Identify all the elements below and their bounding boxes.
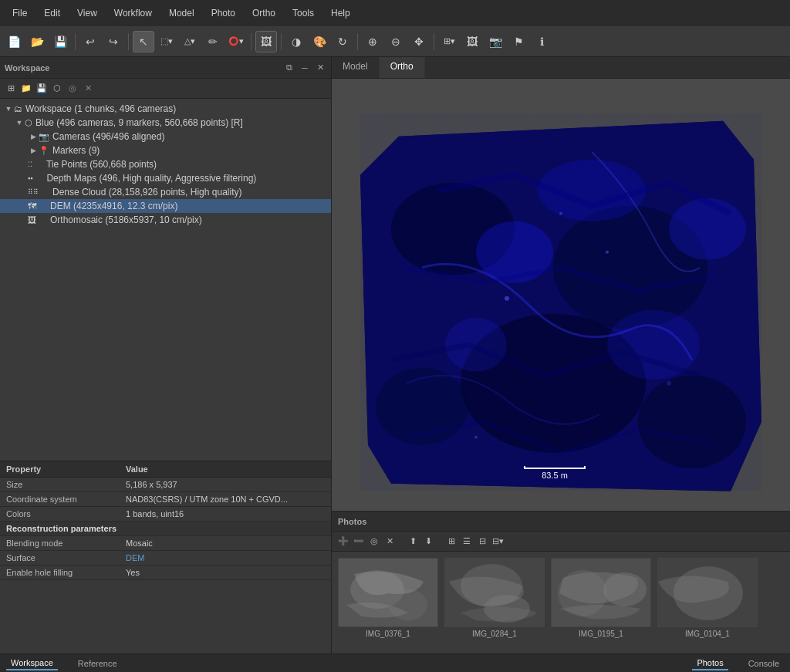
flag-button[interactable]: ⚑ [508,31,529,52]
markers-label: Markers (9) [52,145,100,156]
workspace-controls: ⧉ ─ ✕ [283,62,326,74]
photos-add-btn[interactable]: ➕ [336,535,350,549]
ws-folder-btn[interactable]: 📁 [19,82,33,96]
view3d-button[interactable]: 🖼 [255,31,277,52]
expand-cameras-icon: ▶ [28,131,39,142]
lasso-button[interactable]: ⭕▾ [225,31,247,52]
statusbar-workspace-tab[interactable]: Workspace [6,657,58,670]
photos-detail-btn[interactable]: ⊟ [475,535,489,549]
photos-sort-btn[interactable]: ⊟▾ [491,535,505,549]
zoom-in-button[interactable]: ⊕ [362,31,383,52]
workspace-collapse-button[interactable]: ─ [299,62,311,74]
depth-maps-label: Depth Maps (496, High quality, Aggressiv… [46,173,256,184]
ws-add-chunk-btn[interactable]: ⊞ [4,82,18,96]
fit-screen-button[interactable]: ⊞▾ [438,31,460,52]
photos-panel: Photos ➕ ➖ ◎ ✕ ⬆ ⬇ ⊞ ☰ ⊟ ⊟▾ [332,511,790,653]
zoom-out-button[interactable]: ⊖ [385,31,407,52]
photos-import-btn[interactable]: ⬆ [406,535,420,549]
screenshot-button[interactable]: 📷 [484,31,506,52]
workspace-panel: Workspace ⧉ ─ ✕ ⊞ 📁 💾 ⬡ ◎ ✕ ▼ 🗂 [0,57,331,461]
save-button[interactable]: 💾 [49,31,71,52]
toolbar-sep-4 [281,33,282,50]
photos-grid-btn[interactable]: ⊞ [444,535,458,549]
menu-model[interactable]: Model [161,5,202,22]
photo-thumb-0 [338,558,438,627]
workspace-tree: ▼ 🗂 Workspace (1 chunks, 496 cameras) ▼ … [0,99,331,461]
photo-item-1[interactable]: IMG_0284_1 [444,558,545,638]
photo-item-0[interactable]: IMG_0376_1 [338,558,438,638]
menu-file[interactable]: File [5,5,35,22]
statusbar-console-tab[interactable]: Console [744,657,784,670]
chunk-icon: ⬡ [25,118,32,128]
ws-btn4[interactable]: ⬡ [50,82,64,96]
tab-model[interactable]: Model [332,57,380,78]
prop-coord-val: NAD83(CSRS) / UTM zone 10N + CGVD... [120,492,331,507]
photo-label-2: IMG_0195_1 [579,630,623,638]
ws-disable-btn[interactable]: ◎ [66,82,79,96]
tree-depth-maps[interactable]: ▪▪ Depth Maps (496, High quality, Aggres… [0,171,331,185]
toolbar-sep-5 [357,33,358,50]
open-button[interactable]: 📂 [26,31,48,52]
prop-coord-key: Coordinate system [0,492,120,507]
polygon-button[interactable]: △▾ [179,31,201,52]
photos-list-btn[interactable]: ☰ [460,535,474,549]
palette-button[interactable]: 🎨 [309,31,330,52]
menu-view[interactable]: View [69,5,105,22]
render-button[interactable]: 🖼 [461,31,483,52]
expand-chunk-icon: ▼ [14,117,25,128]
menu-help[interactable]: Help [323,5,358,22]
tree-cameras[interactable]: ▶ 📷 Cameras (496/496 aligned) [0,130,331,144]
reconstruction-header-row: Reconstruction parameters [0,522,331,536]
info-button[interactable]: ℹ [531,31,552,52]
menu-photo[interactable]: Photo [204,5,243,22]
workspace-icon: 🗂 [14,104,22,113]
expand-workspace-icon: ▼ [3,103,14,114]
photos-disable-btn[interactable]: ◎ [367,535,381,549]
tie-points-label: Tie Points (560,668 points) [46,159,157,170]
ws-save-btn[interactable]: 💾 [35,82,49,96]
tree-ortho[interactable]: 🖼 Orthomosaic (5186x5937, 10 cm/pix) [0,213,331,227]
photos-x-btn[interactable]: ✕ [383,535,397,549]
prop-hole-val: Yes [120,566,331,580]
photo-item-2[interactable]: IMG_0195_1 [551,558,651,638]
pan-button[interactable]: ✥ [408,31,430,52]
photos-remove-btn[interactable]: ➖ [352,535,366,549]
redo-button[interactable]: ↪ [103,31,124,52]
statusbar-photos-tab[interactable]: Photos [692,657,728,670]
tree-dem[interactable]: 🗺 DEM (4235x4916, 12.3 cm/pix) [0,199,331,213]
menu-workflow[interactable]: Workflow [106,5,160,22]
tree-tie-points[interactable]: ⁚⁚ Tie Points (560,668 points) [0,157,331,171]
right-panel: Model Ortho [332,57,790,653]
menu-edit[interactable]: Edit [36,5,68,22]
rotate-button[interactable]: ↻ [332,31,353,52]
statusbar-reference-tab[interactable]: Reference [73,657,122,670]
photo-label-3: IMG_0104_1 [685,630,730,638]
ws-remove-btn[interactable]: ✕ [81,82,95,96]
reconstruction-section-label: Reconstruction parameters [0,522,331,536]
workspace-header: Workspace ⧉ ─ ✕ [0,57,331,79]
main-viewport[interactable]: 83.5 m [332,79,790,511]
tree-markers[interactable]: ▶ 📍 Markers (9) [0,144,331,157]
tree-workspace-root[interactable]: ▼ 🗂 Workspace (1 chunks, 496 cameras) [0,102,331,116]
rect-select-button[interactable]: ⬚▾ [156,31,177,52]
tab-ortho[interactable]: Ortho [380,57,425,78]
menu-tools[interactable]: Tools [285,5,322,22]
prop-colors-row: Colors 1 bands, uint16 [0,507,331,522]
toolbar-sep-6 [434,33,434,50]
photo-item-3[interactable]: IMG_0104_1 [657,558,758,638]
ortho-image-container [360,113,761,491]
new-button[interactable]: 📄 [3,31,25,52]
brush-button[interactable]: ✏ [202,31,224,52]
select-button[interactable]: ↖ [133,31,154,52]
tree-chunk[interactable]: ▼ ⬡ Blue (496 cameras, 9 markers, 560,66… [0,116,331,130]
photos-export-btn[interactable]: ⬇ [421,535,435,549]
prop-coord-row: Coordinate system NAD83(CSRS) / UTM zone… [0,492,331,507]
workspace-close-button[interactable]: ✕ [314,62,326,74]
tree-dense-cloud[interactable]: ⠿⠿ Dense Cloud (28,158,926 points, High … [0,185,331,199]
contrast-button[interactable]: ◑ [285,31,307,52]
undo-button[interactable]: ↩ [79,31,101,52]
view-tabs: Model Ortho [332,57,790,79]
menu-ortho[interactable]: Ortho [245,5,283,22]
workspace-float-button[interactable]: ⧉ [283,62,295,74]
prop-blending-key: Blending mode [0,536,120,551]
